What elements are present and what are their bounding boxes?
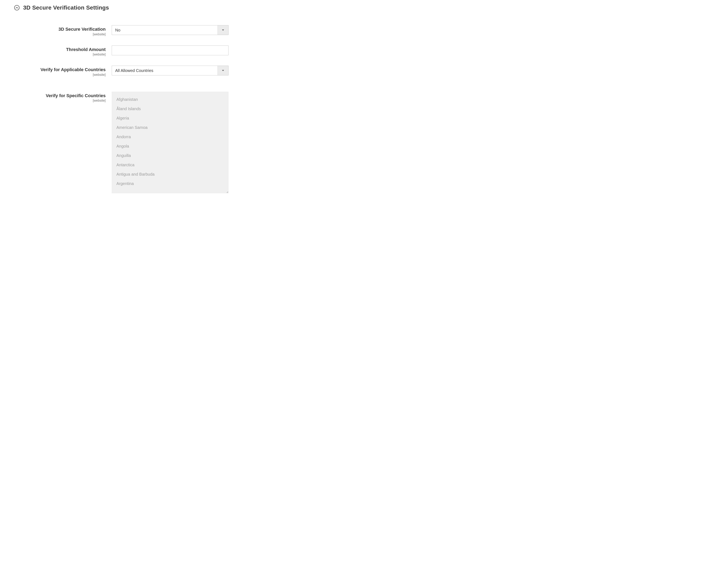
row-applicable-countries: Verify for Applicable Countries [website… xyxy=(14,66,230,77)
dropdown-arrow-icon xyxy=(218,66,228,75)
field-label-3ds: 3D Secure Verification xyxy=(59,26,106,32)
scope-tag: [website] xyxy=(93,53,106,56)
field-label-threshold: Threshold Amount xyxy=(66,47,106,52)
control-col: No xyxy=(112,25,229,35)
field-label-applicable-countries: Verify for Applicable Countries xyxy=(40,67,106,73)
list-item: American Samoa xyxy=(112,123,228,132)
form-grid: 3D Secure Verification [website] No Thre… xyxy=(14,25,230,193)
scope-tag: [website] xyxy=(93,99,106,102)
control-col xyxy=(112,46,229,55)
list-item: Algeria xyxy=(112,113,228,123)
dropdown-arrow-icon xyxy=(218,25,228,35)
list-item: Afghanistan xyxy=(112,95,228,104)
list-item: Argentina xyxy=(112,179,228,188)
list-item: Antigua and Barbuda xyxy=(112,169,228,179)
list-item: Andorra xyxy=(112,132,228,141)
list-item: Åland Islands xyxy=(112,104,228,113)
control-col: AfghanistanÅland IslandsAlgeriaAmerican … xyxy=(112,92,229,193)
list-item: Antarctica xyxy=(112,160,228,169)
scope-tag: [website] xyxy=(93,73,106,77)
row-threshold-amount: Threshold Amount [website] xyxy=(14,46,230,56)
row-specific-countries: Verify for Specific Countries [website] … xyxy=(14,92,230,193)
select-applicable-countries[interactable]: All Allowed Countries xyxy=(112,66,229,75)
label-col: Threshold Amount [website] xyxy=(14,46,112,56)
collapse-toggle-icon[interactable] xyxy=(14,5,19,10)
label-col: Verify for Applicable Countries [website… xyxy=(14,66,112,77)
label-col: Verify for Specific Countries [website] xyxy=(14,92,112,103)
select-3ds-verification[interactable]: No xyxy=(112,25,229,35)
list-item: Anguilla xyxy=(112,151,228,160)
input-threshold-amount[interactable] xyxy=(112,46,229,55)
settings-page: 3D Secure Verification Settings 3D Secur… xyxy=(0,0,244,205)
multiselect-inner: AfghanistanÅland IslandsAlgeriaAmerican … xyxy=(112,95,228,188)
select-value: No xyxy=(112,28,133,33)
section-title: 3D Secure Verification Settings xyxy=(23,4,109,11)
select-value: All Allowed Countries xyxy=(112,68,166,73)
row-3ds-verification: 3D Secure Verification [website] No xyxy=(14,25,230,36)
label-col: 3D Secure Verification [website] xyxy=(14,25,112,36)
list-item: Angola xyxy=(112,141,228,151)
multiselect-specific-countries: AfghanistanÅland IslandsAlgeriaAmerican … xyxy=(112,92,229,193)
scope-tag: [website] xyxy=(93,33,106,36)
section-header[interactable]: 3D Secure Verification Settings xyxy=(14,4,230,11)
control-col: All Allowed Countries xyxy=(112,66,229,75)
field-label-specific-countries: Verify for Specific Countries xyxy=(46,93,106,99)
